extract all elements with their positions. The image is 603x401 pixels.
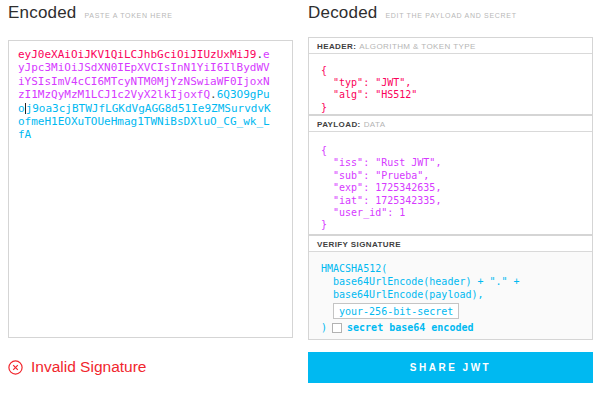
token-dot: .	[210, 88, 217, 101]
signature-status: Invalid Signature	[8, 358, 146, 376]
header-section: HEADER:ALGORITHM & TOKEN TYPE { "typ": "…	[308, 37, 593, 115]
payload-label-hint: DATA	[364, 120, 386, 129]
header-json-editor[interactable]: { "typ": "JWT", "alg": "HS512" }	[309, 54, 592, 114]
encoded-token-input[interactable]: eyJ0eXAiOiJKV1QiLCJhbGciOiJIUzUxMiJ9.eyJ…	[8, 40, 293, 338]
verify-signature-body: HMACSHA512( base64UrlEncode(header) + ".…	[309, 252, 592, 339]
verify-label: VERIFY SIGNATURE	[317, 240, 401, 249]
verify-signature-section: VERIFY SIGNATURE HMACSHA512( base64UrlEn…	[308, 235, 593, 340]
header-section-label: HEADER:ALGORITHM & TOKEN TYPE	[309, 38, 592, 54]
decoded-heading: DecodedEDIT THE PAYLOAD AND SECRET	[308, 3, 517, 23]
jwt-token-text[interactable]: eyJ0eXAiOiJKV1QiLCJhbGciOiJIUzUxMiJ9.eyJ…	[18, 48, 272, 142]
payload-label: PAYLOAD:	[317, 120, 361, 129]
hmac-close-row: ) secret base64 encoded	[321, 321, 592, 334]
secret-input[interactable]	[333, 303, 459, 319]
encoded-title: Encoded	[8, 3, 77, 22]
hmac-line-3: base64UrlEncode(payload),	[333, 288, 592, 301]
payload-section: PAYLOAD:DATA { "iss": "Rust JWT", "sub":…	[308, 115, 593, 235]
decoded-title: Decoded	[308, 3, 377, 22]
token-header-segment: eyJ0eXAiOiJKV1QiLCJhbGciOiJIUzUxMiJ9	[18, 48, 256, 61]
payload-section-label: PAYLOAD:DATA	[309, 116, 592, 132]
base64-encoded-checkbox[interactable]	[332, 323, 342, 333]
header-label-hint: ALGORITHM & TOKEN TYPE	[359, 42, 475, 51]
hmac-line-2: base64UrlEncode(header) + "." +	[333, 275, 592, 288]
base64-encoded-checkbox-label[interactable]: secret base64 encoded	[347, 321, 473, 334]
close-paren: )	[321, 321, 327, 334]
circle-x-icon	[8, 360, 23, 375]
header-label: HEADER:	[317, 42, 356, 51]
decoded-subtitle: EDIT THE PAYLOAD AND SECRET	[385, 12, 516, 19]
share-jwt-button[interactable]: SHARE JWT	[308, 352, 593, 383]
signature-status-label: Invalid Signature	[31, 358, 146, 376]
verify-section-label: VERIFY SIGNATURE	[309, 236, 592, 252]
share-jwt-button-label: SHARE JWT	[410, 362, 491, 373]
hmac-line-1: HMACSHA512(	[321, 262, 592, 275]
encoded-heading: EncodedPASTE A TOKEN HERE	[8, 3, 173, 23]
encoded-subtitle: PASTE A TOKEN HERE	[85, 12, 173, 19]
payload-json-editor[interactable]: { "iss": "Rust JWT", "sub": "Prueba", "e…	[309, 132, 592, 232]
token-signature-segment: j9oa3cjBTWJfLGKdVgAGG8d51Ie9ZMSurvdvKofm…	[18, 102, 271, 142]
